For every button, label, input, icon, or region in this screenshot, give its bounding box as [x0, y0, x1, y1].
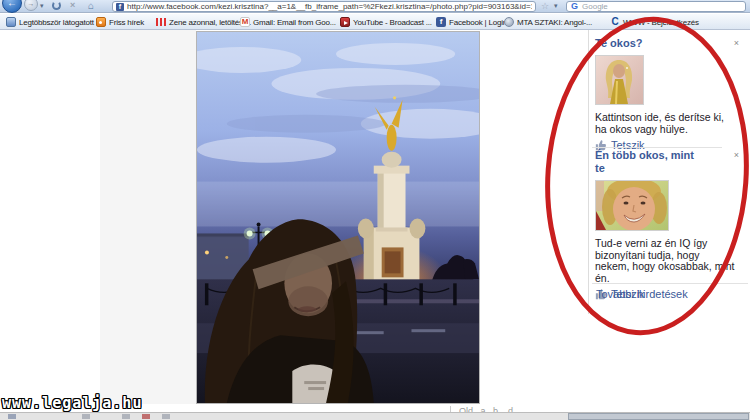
close-icon[interactable]: × [734, 150, 739, 160]
refresh-icon[interactable] [52, 1, 61, 10]
search-input[interactable]: G Google [566, 1, 746, 12]
statusbar-icon [82, 414, 90, 419]
bookmark-most-visited[interactable]: Legtöbbször látogatott [6, 16, 94, 28]
ad-body-line: Tud-e verni az én IQ így [595, 238, 745, 250]
ad-title-line: Én több okos, mint [595, 149, 745, 162]
ad-title-link[interactable]: Te okos? [595, 37, 745, 50]
bookmark-label: Legtöbbször látogatott [19, 18, 94, 27]
ads-footer-separator [592, 283, 748, 284]
ad-te-okos: Te okos? × Kattintson ide, és derítse ki… [595, 37, 745, 151]
bookmarks-bar: Legtöbbször látogatott Friss hírek Zene … [0, 14, 750, 30]
ad-body-text: Kattintson ide, és derítse ki, ha okos v… [595, 112, 745, 135]
gmail-icon: M [240, 17, 250, 27]
statusbar-icon [162, 414, 170, 419]
more-ads-link[interactable]: További hirdetések [596, 288, 688, 300]
statusbar-icon [122, 414, 130, 419]
bookmark-label: Facebook | Login [449, 18, 507, 27]
ad-image[interactable] [595, 55, 644, 105]
history-dropdown-icon[interactable]: ▾ [40, 2, 44, 10]
statusbar-icon [142, 414, 150, 419]
watermark: www.legalja.hu [2, 394, 142, 412]
url-text: http://www.facebook.com/kezi.krisztina?_… [127, 2, 532, 11]
bookmark-zene[interactable]: Zene azonnal, letöltés ... [156, 16, 251, 28]
ad-body-line: nekem, hogy okosabbak, mint [595, 261, 745, 273]
photo-scene [197, 32, 479, 403]
bookmark-gmail[interactable]: M Gmail: Email from Goo... [240, 16, 336, 28]
bookmark-label: Zene azonnal, letöltés ... [169, 18, 251, 27]
facebook-page: Te okos? × Kattintson ide, és derítse ki… [0, 30, 750, 412]
feed-icon [96, 17, 106, 27]
sztaki-icon [504, 17, 514, 27]
bookmark-facebook[interactable]: f Facebook | Login [436, 16, 507, 28]
ad-body-line: Kattintson ide, és derítse ki, [595, 112, 745, 124]
bookmark-friss-hirek[interactable]: Friss hírek [96, 16, 144, 28]
search-placeholder: Google [582, 2, 608, 11]
stop-icon[interactable]: × [70, 0, 75, 10]
statusbar-icon [8, 414, 16, 419]
url-bar[interactable]: f http://www.facebook.com/kezi.krisztina… [112, 1, 536, 12]
horizontal-scrollbar-thumb[interactable] [568, 413, 749, 420]
c-logo-icon: C [610, 17, 620, 27]
bookmark-dropdown-icon[interactable]: ▾ [554, 2, 558, 10]
ad-title-line: te [595, 162, 745, 175]
ad-tobb-okos: Én több okos, mint te × [595, 149, 745, 300]
ad-title-link[interactable]: Én több okos, mint te [595, 149, 745, 175]
music-icon [156, 18, 166, 26]
google-logo-icon: G [571, 2, 578, 11]
bookmark-www-login[interactable]: C WWW - Bejelentkezés [610, 16, 699, 28]
facebook-icon: f [436, 17, 446, 27]
back-arrow-icon: ← [7, 0, 17, 8]
bookmark-label: WWW - Bejelentkezés [623, 18, 699, 27]
ads-column-divider [588, 30, 589, 314]
close-icon[interactable]: × [734, 38, 739, 48]
bookmark-sztaki[interactable]: MTA SZTAKI: Angol-... [504, 16, 592, 28]
bookmark-label: Gmail: Email from Goo... [253, 18, 336, 27]
ad-body-text: Tud-e verni az én IQ így bizonyítani tud… [595, 238, 745, 284]
browser-nav-toolbar: ← → ▾ × ⌂ f http://www.facebook.com/kezi… [0, 0, 750, 13]
bookmark-label: MTA SZTAKI: Angol-... [517, 18, 592, 27]
forward-button[interactable]: → [24, 0, 38, 11]
forward-arrow-icon: → [28, 0, 35, 7]
photo [196, 31, 480, 404]
bookmark-label: Friss hírek [109, 18, 144, 27]
youtube-icon [340, 17, 350, 27]
facebook-favicon-icon: f [116, 3, 124, 11]
left-panel [100, 30, 196, 404]
ad-image[interactable] [595, 180, 669, 231]
bookmark-label: YouTube - Broadcast ... [353, 18, 432, 27]
bookmark-youtube[interactable]: YouTube - Broadcast ... [340, 16, 432, 28]
ad-body-line: ha okos vagy hülye. [595, 124, 745, 136]
bookmark-star-icon[interactable]: ☆ [541, 1, 549, 11]
home-icon[interactable]: ⌂ [88, 0, 94, 11]
ad-separator [592, 147, 722, 148]
browser-window: ← → ▾ × ⌂ f http://www.facebook.com/kezi… [0, 0, 750, 420]
most-visited-icon [6, 17, 16, 27]
back-button[interactable]: ← [2, 0, 22, 13]
